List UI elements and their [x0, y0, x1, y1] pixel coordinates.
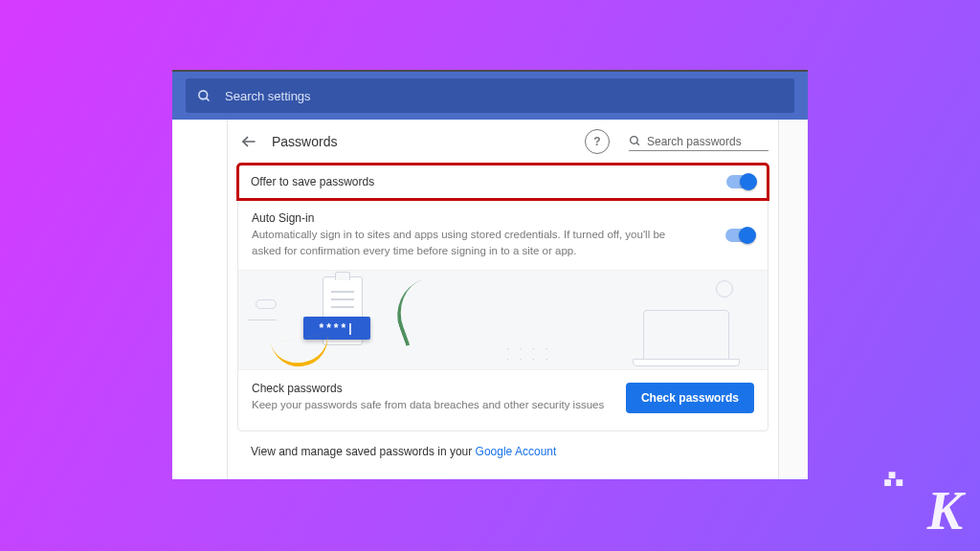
watermark-k-icon: K — [927, 484, 963, 538]
arrow-left-icon — [240, 133, 257, 150]
yellow-curve-icon — [271, 333, 332, 369]
footer-prefix: View and manage saved passwords in your — [251, 445, 476, 458]
page-header: Passwords ? Search passwords — [228, 120, 778, 164]
cloud-icon — [256, 299, 277, 309]
check-passwords-title: Check passwords — [252, 382, 626, 395]
search-icon — [197, 89, 212, 103]
right-gutter — [779, 120, 808, 479]
settings-card: Offer to save passwords Auto Sign-in Aut… — [237, 164, 768, 431]
sidebar-placeholder — [172, 120, 228, 479]
search-settings-placeholder: Search settings — [225, 89, 311, 103]
search-passwords-placeholder: Search passwords — [647, 135, 742, 148]
svg-point-3 — [631, 137, 638, 144]
content-area: Passwords ? Search passwords Offer to sa… — [172, 120, 808, 479]
search-settings-input[interactable]: Search settings — [186, 78, 794, 113]
svg-point-0 — [199, 90, 208, 99]
page-title: Passwords — [272, 134, 337, 149]
svg-line-1 — [206, 98, 209, 100]
main-panel: Passwords ? Search passwords Offer to sa… — [228, 120, 779, 479]
help-button[interactable]: ? — [585, 129, 610, 154]
cloud-line-icon — [248, 311, 277, 320]
green-curve-icon — [387, 279, 442, 346]
offer-save-passwords-toggle[interactable] — [726, 175, 755, 188]
auto-signin-desc: Automatically sign in to sites and apps … — [252, 227, 673, 258]
dots-icon: · · · ·· · · · — [506, 343, 551, 364]
laptop-icon — [643, 310, 729, 362]
google-account-link[interactable]: Google Account — [476, 445, 557, 458]
offer-save-passwords-label: Offer to save passwords — [251, 175, 726, 188]
question-icon: ? — [593, 135, 600, 148]
check-passwords-button[interactable]: Check passwords — [626, 383, 754, 413]
offer-save-passwords-row: Offer to save passwords — [237, 164, 768, 200]
check-passwords-row: Check passwords Keep your passwords safe… — [238, 369, 768, 430]
footer-text: View and manage saved passwords in your … — [251, 445, 755, 458]
auto-signin-row: Auto Sign-in Automatically sign in to si… — [238, 199, 768, 270]
settings-window: Search settings Passwords ? Search passw… — [172, 70, 808, 479]
sun-icon — [716, 280, 733, 298]
svg-line-4 — [636, 143, 639, 145]
search-icon — [629, 135, 641, 147]
illustration: ****| · · · ·· · · · — [238, 270, 768, 369]
back-button[interactable] — [235, 128, 262, 155]
check-passwords-desc: Keep your passwords safe from data breac… — [252, 397, 626, 413]
top-bar: Search settings — [172, 72, 808, 120]
auto-signin-label: Auto Sign-in — [252, 211, 725, 225]
auto-signin-toggle[interactable] — [725, 229, 754, 242]
watermark-dots-icon: ■ ■ ■ — [883, 471, 903, 494]
search-passwords-input[interactable]: Search passwords — [629, 133, 768, 151]
